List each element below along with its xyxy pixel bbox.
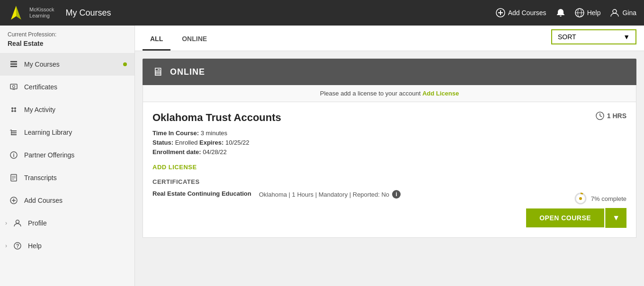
certificate-row: Real Estate Continuing Education Oklahom… [152, 190, 626, 199]
svg-rect-10 [10, 63, 17, 65]
learning-library-icon [9, 128, 18, 137]
course-enrollment: Enrollment date: 04/28/22 [152, 148, 626, 156]
partner-offerings-label: Partner Offerings [24, 151, 127, 159]
svg-point-18 [11, 110, 13, 112]
tab-online[interactable]: ONLINE [174, 28, 215, 51]
certificates-icon [9, 82, 18, 92]
help-nav-button[interactable]: Help [575, 8, 601, 17]
svg-point-13 [13, 86, 15, 88]
my-courses-icon [9, 60, 18, 69]
partner-offerings-icon: i [9, 150, 18, 160]
svg-line-41 [600, 116, 602, 117]
svg-point-36 [16, 220, 19, 224]
profession-value: Real Estate [0, 40, 134, 53]
svg-point-19 [14, 110, 16, 112]
user-nav-button[interactable]: Gina [610, 8, 636, 17]
svg-rect-12 [10, 84, 17, 89]
online-section-header: 🖥 ONLINE [143, 59, 636, 85]
progress-area: 7% complete [574, 192, 626, 205]
sidebar-item-help[interactable]: ›?Help [0, 234, 134, 257]
course-card: Oklahoma Trust Accounts 1 HRS Time In Co… [143, 102, 636, 238]
help-expand-icon: › [5, 243, 7, 249]
sidebar-nav: My CoursesCertificatesMy ActivityLearnin… [0, 53, 134, 257]
sidebar-item-add-courses[interactable]: Add Courses [0, 189, 134, 212]
svg-rect-11 [10, 66, 17, 67]
license-banner-text: Please add a license to your account [320, 90, 420, 97]
tab-all[interactable]: ALL [143, 28, 170, 51]
profile-icon [13, 218, 22, 228]
globe-icon [575, 8, 584, 17]
svg-text:?: ? [16, 243, 19, 249]
course-hours-label: 1 HRS [607, 112, 626, 120]
course-time: Time In Course: 3 minutes [152, 130, 626, 137]
add-courses-label: Add Courses [24, 197, 127, 204]
my-activity-label: My Activity [24, 106, 127, 113]
svg-point-17 [14, 107, 16, 109]
sort-label: SORT [558, 33, 576, 41]
sidebar-item-transcripts[interactable]: Transcripts [0, 166, 134, 189]
clock-icon [596, 112, 604, 120]
my-courses-dot [123, 62, 127, 66]
sidebar-item-my-activity[interactable]: My Activity [0, 98, 134, 121]
open-course-button[interactable]: OPEN COURSE [526, 208, 604, 227]
svg-rect-25 [11, 132, 17, 133]
cert-name: Real Estate Continuing Education [152, 190, 251, 197]
certificates-label: CERTIFICATES [152, 178, 626, 185]
chevron-down-icon: ▼ [612, 214, 620, 222]
sidebar-item-my-courses[interactable]: My Courses [0, 53, 134, 76]
help-icon: ? [13, 241, 22, 251]
content-area: ALLONLINE SORT ▼ 🖥 ONLINE Please add a l… [135, 26, 644, 286]
section-header-label: ONLINE [170, 67, 205, 77]
help-label: Help [28, 242, 127, 250]
sidebar-item-profile[interactable]: ›Profile [0, 212, 134, 234]
learning-library-label: Learning Library [24, 129, 127, 136]
svg-rect-24 [11, 134, 17, 135]
add-license-banner-link[interactable]: Add License [422, 90, 459, 97]
add-courses-nav-icon [496, 8, 505, 17]
add-license-link[interactable]: ADD LICENSE [152, 164, 197, 171]
svg-rect-9 [10, 61, 17, 62]
license-banner: Please add a license to your account Add… [143, 85, 636, 102]
open-course-dropdown-button[interactable]: ▼ [605, 208, 626, 228]
logo-text: McKissock Learning [29, 7, 54, 19]
svg-point-8 [613, 9, 617, 13]
cert-info-icon[interactable]: i [392, 190, 401, 199]
transcripts-icon [9, 173, 18, 182]
transcripts-label: Transcripts [24, 174, 127, 182]
add-courses-nav-button[interactable]: Add Courses [496, 8, 546, 17]
sidebar-item-partner-offerings[interactable]: iPartner Offerings [0, 144, 134, 166]
my-courses-label: My Courses [24, 61, 117, 68]
cert-details: Oklahoma | 1 Hours | Mandatory | Reporte… [259, 190, 401, 199]
tabs-bar: ALLONLINE SORT ▼ [135, 26, 644, 51]
progress-label: 7% complete [591, 195, 626, 202]
course-actions: OPEN COURSE ▼ [152, 208, 626, 228]
main-layout: Current Profession: Real Estate My Cours… [0, 26, 644, 286]
svg-point-16 [11, 107, 13, 109]
course-title: Oklahoma Trust Accounts [152, 112, 626, 124]
svg-point-44 [579, 197, 582, 200]
tabs-container: ALLONLINE [143, 26, 218, 51]
profession-label: Current Profession: [0, 26, 134, 40]
user-icon [610, 8, 619, 17]
add-courses-icon [9, 196, 18, 205]
notifications-nav-button[interactable] [556, 8, 565, 17]
sidebar-item-learning-library[interactable]: Learning Library [0, 121, 134, 144]
course-hours-area: 1 HRS [596, 112, 626, 120]
mckissock-logo-icon [8, 4, 25, 21]
monitor-icon: 🖥 [152, 65, 163, 78]
svg-text:i: i [13, 152, 14, 158]
nav-actions: Add Courses Help Gina [496, 8, 636, 17]
my-activity-icon [9, 105, 18, 114]
sidebar: Current Profession: Real Estate My Cours… [0, 26, 135, 286]
chevron-down-icon: ▼ [623, 33, 630, 41]
bell-icon [556, 8, 565, 17]
sort-dropdown[interactable]: SORT ▼ [551, 29, 636, 44]
svg-marker-1 [11, 6, 16, 20]
svg-rect-26 [11, 130, 17, 131]
logo-area[interactable]: McKissock Learning [8, 4, 54, 21]
course-card-inner: Oklahoma Trust Accounts 1 HRS Time In Co… [152, 112, 626, 228]
sidebar-item-certificates[interactable]: Certificates [0, 76, 134, 98]
page-title-nav: My Courses [66, 8, 496, 18]
top-navigation: McKissock Learning My Courses Add Course… [0, 0, 644, 26]
progress-ring [574, 192, 587, 205]
